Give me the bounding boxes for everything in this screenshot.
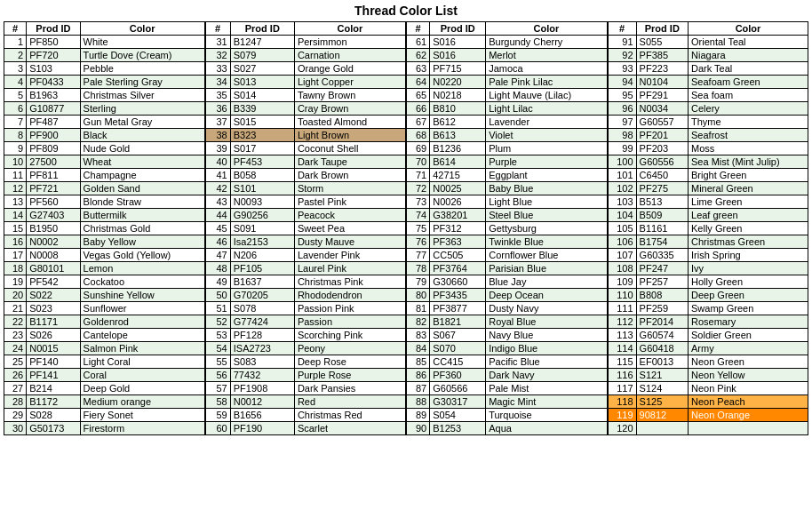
color-name: Deep Gold	[80, 382, 204, 395]
table-row: 90B1253Aqua	[407, 422, 608, 435]
prod-id: S015	[230, 116, 294, 129]
row-number: 33	[205, 62, 230, 76]
table-row: 98PF201Seafrost	[608, 129, 808, 142]
color-name: Holly Green	[689, 275, 808, 289]
table-row: 45S091Sweet Pea	[205, 222, 406, 235]
color-name: Scarlet	[294, 422, 405, 435]
col4-prodid-header: Prod ID	[636, 22, 688, 36]
row-number: 38	[205, 129, 230, 142]
prod-id: B614	[430, 155, 486, 169]
color-name: Peacock	[294, 209, 405, 222]
row-number: 117	[608, 382, 636, 395]
color-name: Royal Blue	[486, 315, 607, 329]
prod-id: S055	[636, 36, 688, 49]
color-name: Persimmon	[294, 36, 405, 49]
prod-id: S103	[27, 62, 80, 76]
table-row: 5B1963Christmas Silver	[4, 89, 205, 102]
row-number: 27	[4, 382, 27, 395]
row-number: 50	[205, 289, 230, 302]
table-row: 8PF900Black	[4, 129, 205, 142]
row-number: 105	[608, 222, 636, 235]
table-row: 81PF3877Dusty Navy	[407, 302, 608, 315]
table-row: 46Isa2153Dusty Mauve	[205, 235, 406, 249]
row-number: 85	[407, 355, 430, 369]
color-name: Coral	[80, 369, 204, 382]
table-row: 112PF2014Rosemary	[608, 315, 808, 329]
row-number: 57	[205, 382, 230, 395]
table-row: 69B1236Plum	[407, 142, 608, 155]
prod-id: S124	[636, 382, 688, 395]
prod-id: N0025	[430, 182, 486, 195]
col1-color-header: Color	[80, 22, 204, 36]
prod-id: PF223	[636, 62, 688, 76]
table-row: 59B1656Christmas Red	[205, 409, 406, 422]
row-number: 47	[205, 249, 230, 262]
row-number: 113	[608, 329, 636, 342]
color-name: Lemon	[80, 262, 204, 275]
color-name: Cantelope	[80, 329, 204, 342]
table-row: 57PF1908Dark Pansies	[205, 382, 406, 395]
row-number: 21	[4, 302, 27, 315]
table-row: 11990812Neon Orange	[608, 409, 808, 422]
prod-id: B613	[430, 129, 486, 142]
color-name: Cockatoo	[80, 275, 204, 289]
table-row: 1027500Wheat	[4, 155, 205, 169]
table-row: 61S016Burgundy Cherry	[407, 36, 608, 49]
table-row: 7PF487Gun Metal Gray	[4, 116, 205, 129]
table-row: 83S067Navy Blue	[407, 329, 608, 342]
table-row: 79G30660Blue Jay	[407, 275, 608, 289]
row-number: 116	[608, 369, 636, 382]
row-number: 46	[205, 235, 230, 249]
color-name: Purple	[486, 155, 607, 169]
prod-id: S016	[430, 36, 486, 49]
color-name: Aqua	[486, 422, 607, 435]
prod-id: PF275	[636, 182, 688, 195]
row-number: 1	[4, 36, 27, 49]
table-row: 36B339Cray Brown	[205, 102, 406, 116]
color-name: Sunflower	[80, 302, 204, 315]
row-number: 101	[608, 169, 636, 182]
row-number: 69	[407, 142, 430, 155]
prod-id: PF190	[230, 422, 294, 435]
color-name: Firestorm	[80, 422, 204, 435]
table-row: 51S078Passion Pink	[205, 302, 406, 315]
table-row: 32S079Carnation	[205, 49, 406, 62]
color-name: Seafrost	[689, 129, 808, 142]
color-name: Burgundy Cherry	[486, 36, 607, 49]
prod-id: N0034	[636, 102, 688, 116]
prod-id: N0015	[27, 342, 80, 355]
prod-id: G60557	[636, 116, 688, 129]
color-name: Sterling	[80, 102, 204, 116]
color-name: Mineral Green	[689, 182, 808, 195]
prod-id: G10877	[27, 102, 80, 116]
color-name: Sweet Pea	[294, 222, 405, 235]
row-number: 18	[4, 262, 27, 275]
prod-id: PF2014	[636, 315, 688, 329]
row-number: 98	[608, 129, 636, 142]
prod-id: PF360	[430, 369, 486, 382]
table-row: 66B810Light Lilac	[407, 102, 608, 116]
table-row: 17N0008Vegas Gold (Yellow)	[4, 249, 205, 262]
prod-id: B323	[230, 129, 294, 142]
color-name: Kelly Green	[689, 222, 808, 235]
color-name: Pebble	[80, 62, 204, 76]
row-number: 72	[407, 182, 430, 195]
table-row: 102PF275Mineral Green	[608, 182, 808, 195]
row-number: 100	[608, 155, 636, 169]
table-row: 21S023Sunflower	[4, 302, 205, 315]
table-3: # Prod ID Color 61S016Burgundy Cherry62S…	[406, 21, 608, 435]
table-row: 12PF721Golden Sand	[4, 182, 205, 195]
color-name: White	[80, 36, 204, 49]
row-number: 42	[205, 182, 230, 195]
color-name: Light Blue	[486, 195, 607, 209]
prod-id: G80101	[27, 262, 80, 275]
prod-id: PF0433	[27, 76, 80, 89]
prod-id: B1656	[230, 409, 294, 422]
table-row: 109PF257Holly Green	[608, 275, 808, 289]
color-name: Laurel Pink	[294, 262, 405, 275]
col2-color-header: Color	[294, 22, 405, 36]
row-number: 79	[407, 275, 430, 289]
row-number: 78	[407, 262, 430, 275]
color-name: Twinkle Blue	[486, 235, 607, 249]
row-number: 86	[407, 369, 430, 382]
